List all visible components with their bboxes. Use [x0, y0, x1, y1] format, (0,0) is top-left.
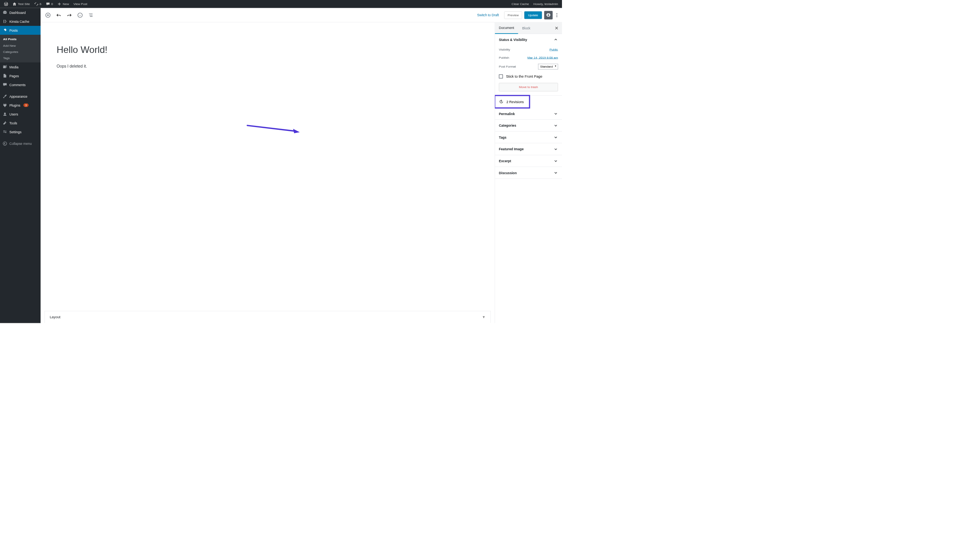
admin-sidebar: Dashboard Kinsta Cache Posts All Posts A…: [0, 8, 41, 323]
redo-icon: [67, 12, 72, 18]
move-to-trash-button[interactable]: Move to trash: [499, 83, 558, 92]
dashboard-icon: [3, 10, 7, 15]
panel-tags-toggle[interactable]: Tags: [495, 131, 562, 143]
chevron-down-icon: [553, 147, 558, 151]
visibility-label: Visibility: [499, 48, 510, 51]
plus-icon: [57, 2, 61, 6]
submenu-add-new[interactable]: Add New: [0, 42, 41, 49]
chevron-down-icon: [553, 135, 558, 140]
visibility-value-link[interactable]: Public: [550, 48, 558, 51]
comments-count: 0: [51, 2, 53, 6]
new-label: New: [63, 2, 69, 6]
panel-excerpt-toggle[interactable]: Excerpt: [495, 155, 562, 167]
menu-posts[interactable]: Posts: [0, 26, 41, 35]
settings-tabs: Document Block ✕: [495, 22, 562, 34]
undo-button[interactable]: [54, 11, 63, 19]
revisions-link[interactable]: 2 Revisions: [495, 96, 529, 108]
editor-toolbar: Switch to Draft Preview Update: [41, 8, 562, 22]
refresh-icon: [34, 2, 38, 6]
new-link[interactable]: New: [55, 0, 72, 8]
view-post-link[interactable]: View Post: [71, 0, 89, 8]
menu-plugins[interactable]: Plugins3: [0, 101, 41, 110]
clear-cache-link[interactable]: Clear Cache: [509, 0, 531, 8]
panel-discussion-toggle[interactable]: Discussion: [495, 167, 562, 178]
comments-icon: [3, 82, 7, 87]
submenu-tags[interactable]: Tags: [0, 55, 41, 61]
post-title[interactable]: Hello World!: [57, 44, 495, 55]
menu-tools[interactable]: Tools: [0, 119, 41, 127]
menu-media[interactable]: Media: [0, 63, 41, 71]
chevron-down-icon: [553, 159, 558, 163]
post-body-block[interactable]: Oops I deleted it.: [57, 64, 495, 69]
tab-block[interactable]: Block: [518, 22, 535, 33]
layout-metabox-toggle[interactable]: Layout ▼: [45, 311, 490, 323]
update-button[interactable]: Update: [524, 11, 542, 19]
menu-kinsta-cache[interactable]: Kinsta Cache: [0, 17, 41, 26]
site-name-link[interactable]: Test Site: [10, 0, 32, 8]
add-block-button[interactable]: [44, 11, 52, 19]
svg-marker-4: [293, 129, 300, 134]
user-icon: [3, 112, 7, 117]
panel-featured-toggle[interactable]: Featured Image: [495, 143, 562, 155]
gear-icon: [546, 13, 551, 18]
svg-line-3: [247, 126, 294, 131]
plugins-badge: 3: [24, 104, 29, 107]
info-button[interactable]: [76, 11, 84, 19]
publish-label: Publish: [499, 56, 509, 59]
list-icon: [88, 12, 94, 18]
menu-dashboard[interactable]: Dashboard: [0, 8, 41, 17]
menu-users[interactable]: Users: [0, 110, 41, 119]
plugin-icon: [3, 103, 7, 108]
comments-link[interactable]: 0: [44, 0, 55, 8]
undo-icon: [56, 12, 61, 18]
submenu-posts: All Posts Add New Categories Tags: [0, 35, 41, 63]
menu-comments[interactable]: Comments: [0, 80, 41, 89]
editor-canvas[interactable]: Hello World! Oops I deleted it. Layout ▼: [41, 22, 495, 323]
panel-permalink-toggle[interactable]: Permalink: [495, 108, 562, 119]
outline-button[interactable]: [87, 11, 95, 19]
redo-button[interactable]: [65, 11, 73, 19]
switch-to-draft-button[interactable]: Switch to Draft: [474, 11, 502, 19]
chevron-down-icon: ▼: [482, 315, 485, 319]
menu-settings[interactable]: Settings: [0, 127, 41, 136]
submenu-categories[interactable]: Categories: [0, 49, 41, 55]
updates-count: 6: [40, 2, 41, 6]
admin-bar: Test Site 6 0 New View Post Clear Cache …: [0, 0, 562, 8]
brush-icon: [3, 94, 7, 98]
stick-checkbox[interactable]: [499, 75, 503, 78]
layout-metabox: Layout ▼: [44, 311, 490, 323]
block-editor: Switch to Draft Preview Update Hello Wor…: [41, 8, 562, 323]
panel-status: Status & Visibility Visibility Public Pu…: [495, 34, 562, 96]
updates-link[interactable]: 6: [32, 0, 44, 8]
plus-circle-icon: [45, 12, 51, 18]
publish-date-link[interactable]: Mar 14, 2019 8:08 am: [528, 56, 558, 59]
panel-categories-toggle[interactable]: Categories: [495, 120, 562, 131]
wordpress-icon: [4, 2, 8, 6]
site-name: Test Site: [18, 2, 30, 6]
comment-icon: [46, 2, 50, 6]
howdy-link[interactable]: Howdy, testadmin: [531, 0, 560, 8]
wp-logo[interactable]: [2, 0, 10, 8]
settings-sidebar: Document Block ✕ Status & Visibility Vis…: [495, 22, 562, 323]
stick-label: Stick to the Front Page: [506, 75, 542, 78]
preview-button[interactable]: Preview: [504, 11, 522, 19]
panel-status-toggle[interactable]: Status & Visibility: [495, 34, 562, 46]
svg-point-0: [3, 142, 7, 145]
sliders-icon: [3, 130, 7, 134]
more-options-button[interactable]: [555, 13, 559, 17]
submenu-all-posts[interactable]: All Posts: [0, 36, 41, 42]
post-format-select[interactable]: Standard: [538, 64, 558, 70]
info-icon: [77, 12, 83, 18]
media-icon: [3, 64, 7, 69]
annotation-arrow: [246, 124, 300, 133]
close-settings-button[interactable]: ✕: [551, 23, 562, 34]
chevron-down-icon: [553, 123, 558, 128]
pin-icon: [3, 28, 7, 33]
settings-toggle-button[interactable]: [544, 11, 553, 19]
menu-pages[interactable]: Pages: [0, 71, 41, 80]
menu-collapse[interactable]: Collapse menu: [0, 139, 41, 148]
menu-appearance[interactable]: Appearance: [0, 92, 41, 101]
home-icon: [12, 2, 16, 6]
tab-document[interactable]: Document: [495, 22, 518, 34]
chevron-down-icon: [553, 170, 558, 175]
